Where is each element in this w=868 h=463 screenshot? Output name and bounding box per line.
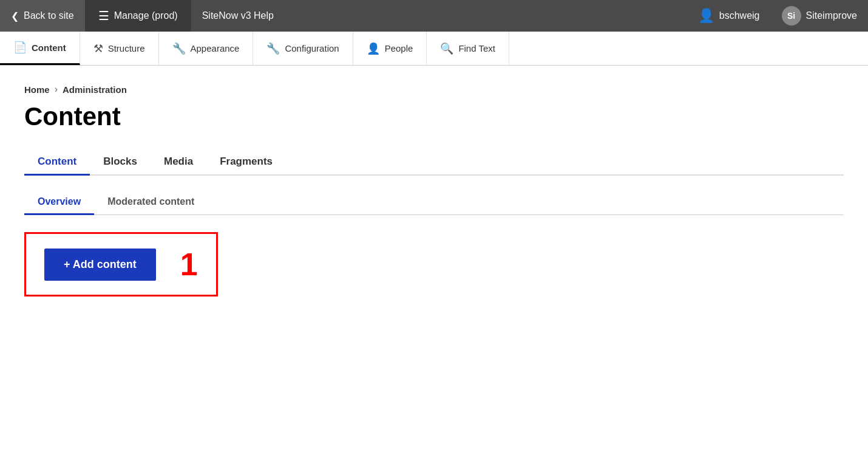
manage-label: Manage (prod) [114, 10, 178, 21]
add-content-area: + Add content 1 [24, 232, 218, 297]
tab-blocks[interactable]: Blocks [90, 149, 151, 176]
tab-content[interactable]: Content [24, 149, 90, 176]
siteimprove-menu[interactable]: Si Siteimprove [771, 0, 868, 32]
nav-item-configuration[interactable]: 🔧 Configuration [253, 32, 353, 65]
user-menu[interactable]: 👤 bschweig [687, 0, 771, 32]
breadcrumb: Home › Administration [24, 84, 844, 95]
content-icon: 📄 [13, 41, 27, 54]
help-label: SiteNow v3 Help [202, 10, 274, 21]
annotation-number: 1 [180, 246, 198, 283]
help-link[interactable]: SiteNow v3 Help [191, 0, 285, 32]
nav-item-appearance[interactable]: 🔧 Appearance [159, 32, 254, 65]
appearance-icon: 🔧 [172, 42, 186, 55]
manage-menu[interactable]: ☰ Manage (prod) [85, 0, 191, 32]
tabs-primary: Content Blocks Media Fragments [24, 149, 844, 176]
tabs-secondary: Overview Moderated content [24, 190, 844, 215]
user-icon: 👤 [698, 8, 714, 24]
back-to-site-label: Back to site [24, 10, 74, 21]
siteimprove-avatar: Si [782, 6, 801, 26]
tab-moderated-content[interactable]: Moderated content [94, 190, 208, 215]
back-arrow-icon: ❮ [11, 10, 19, 22]
nav-item-find-text[interactable]: 🔍 Find Text [427, 32, 509, 65]
tab-fragments[interactable]: Fragments [206, 149, 286, 176]
back-to-site-link[interactable]: ❮ Back to site [0, 0, 85, 32]
nav-content-label: Content [32, 43, 66, 53]
drupal-nav: 📄 Content ⚒ Structure 🔧 Appearance 🔧 Con… [0, 32, 868, 66]
nav-appearance-label: Appearance [191, 43, 240, 53]
admin-bar-right: 👤 bschweig Si Siteimprove [687, 0, 868, 32]
breadcrumb-separator: › [55, 84, 58, 95]
page-title: Content [24, 102, 844, 131]
main-content: Home › Administration Content Content Bl… [0, 66, 868, 463]
nav-find-text-label: Find Text [458, 43, 495, 53]
nav-item-structure[interactable]: ⚒ Structure [80, 32, 159, 65]
find-text-icon: 🔍 [440, 42, 453, 55]
tab-media[interactable]: Media [151, 149, 206, 176]
hamburger-icon: ☰ [98, 9, 109, 23]
admin-bar: ❮ Back to site ☰ Manage (prod) SiteNow v… [0, 0, 868, 32]
nav-people-label: People [385, 43, 413, 53]
breadcrumb-home[interactable]: Home [24, 84, 50, 95]
people-icon: 👤 [367, 42, 380, 55]
nav-configuration-label: Configuration [285, 43, 339, 53]
tab-overview[interactable]: Overview [24, 190, 94, 215]
nav-item-content[interactable]: 📄 Content [0, 32, 80, 65]
breadcrumb-current: Administration [63, 84, 127, 95]
nav-item-people[interactable]: 👤 People [353, 32, 427, 65]
add-content-button[interactable]: + Add content [44, 249, 156, 281]
username-label: bschweig [719, 10, 760, 21]
configuration-icon: 🔧 [266, 42, 280, 55]
siteimprove-label: Siteimprove [806, 10, 857, 21]
structure-icon: ⚒ [93, 42, 103, 55]
nav-structure-label: Structure [108, 43, 145, 53]
